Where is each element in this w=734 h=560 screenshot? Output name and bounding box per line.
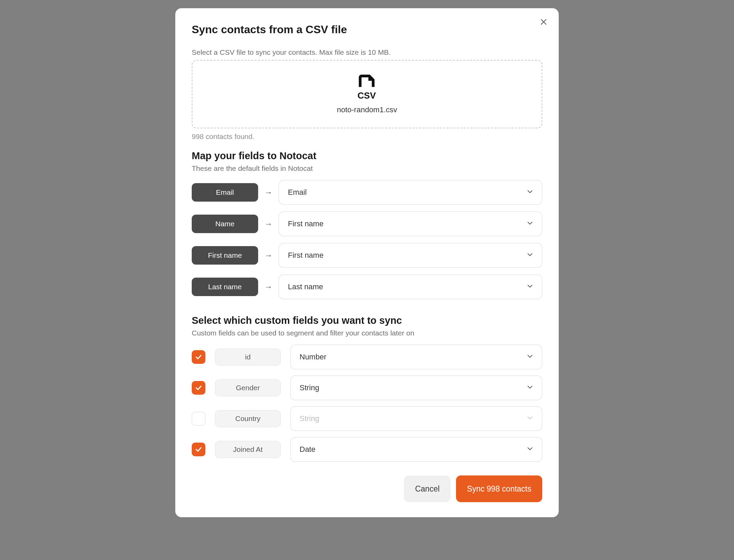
contact-count: 998 contacts found. (192, 132, 542, 141)
target-field-select[interactable]: First name (279, 212, 542, 236)
sync-button[interactable]: Sync 998 contacts (456, 475, 542, 502)
mapping-row: Name → First name (192, 212, 542, 236)
select-value: String (300, 383, 319, 392)
source-field-pill: Name (192, 215, 258, 233)
custom-field-type-select: String (290, 406, 542, 431)
source-field-pill: Last name (192, 278, 258, 296)
target-field-select[interactable]: Email (279, 180, 542, 205)
mapping-row: Last name → Last name (192, 275, 542, 299)
chevron-down-icon (527, 188, 533, 197)
custom-field-checkbox[interactable] (192, 443, 205, 456)
custom-field-row: Gender String (192, 376, 542, 400)
target-field-select[interactable]: First name (279, 243, 542, 268)
mapping-subtitle: These are the default fields in Notocat (192, 164, 542, 173)
custom-field-name: Country (215, 410, 281, 427)
arrow-right-icon: → (264, 282, 273, 292)
custom-field-type-select[interactable]: String (290, 376, 542, 400)
select-value: First name (288, 219, 324, 228)
chevron-down-icon (527, 353, 533, 361)
select-value: Email (288, 188, 307, 197)
custom-field-checkbox[interactable] (192, 381, 205, 395)
uploaded-filename: noto-random1.csv (337, 105, 397, 114)
custom-field-checkbox[interactable] (192, 412, 205, 425)
select-value: First name (288, 251, 324, 260)
check-icon (195, 353, 202, 361)
arrow-right-icon: → (264, 251, 273, 260)
custom-field-name: Joined At (215, 441, 281, 458)
select-value: String (300, 414, 319, 423)
chevron-down-icon (527, 445, 533, 454)
svg-text:CSV: CSV (357, 90, 376, 101)
mapping-title: Map your fields to Notocat (192, 150, 542, 162)
modal-footer: Cancel Sync 998 contacts (192, 475, 542, 502)
modal-title: Sync contacts from a CSV file (192, 23, 542, 36)
mapping-row: First name → First name (192, 243, 542, 268)
chevron-down-icon (527, 414, 533, 423)
csv-file-icon: CSV (355, 74, 379, 101)
custom-field-type-select[interactable]: Date (290, 437, 542, 462)
custom-fields-title: Select which custom fields you want to s… (192, 315, 542, 326)
select-value: Date (300, 445, 315, 454)
sync-contacts-modal: Sync contacts from a CSV file Select a C… (175, 8, 559, 517)
close-button[interactable] (539, 17, 548, 27)
select-value: Last name (288, 282, 323, 291)
custom-field-row: Joined At Date (192, 437, 542, 462)
chevron-down-icon (527, 383, 533, 392)
chevron-down-icon (527, 282, 533, 291)
mapping-row: Email → Email (192, 180, 542, 205)
csv-dropzone[interactable]: CSV noto-random1.csv (192, 60, 542, 128)
custom-field-row: Country String (192, 406, 542, 431)
custom-field-name: Gender (215, 379, 281, 396)
arrow-right-icon: → (264, 188, 273, 197)
target-field-select[interactable]: Last name (279, 275, 542, 299)
source-field-pill: Email (192, 183, 258, 202)
select-value: Number (300, 353, 326, 361)
custom-field-name: id (215, 348, 281, 366)
arrow-right-icon: → (264, 219, 273, 229)
custom-field-row: id Number (192, 345, 542, 369)
chevron-down-icon (527, 251, 533, 260)
chevron-down-icon (527, 219, 533, 228)
source-field-pill: First name (192, 246, 258, 265)
cancel-button[interactable]: Cancel (404, 475, 451, 502)
upload-hint: Select a CSV file to sync your contacts.… (192, 48, 542, 56)
custom-field-type-select[interactable]: Number (290, 345, 542, 369)
check-icon (195, 446, 202, 453)
custom-field-checkbox[interactable] (192, 350, 205, 364)
custom-fields-subtitle: Custom fields can be used to segment and… (192, 329, 542, 337)
close-icon (540, 18, 547, 25)
check-icon (195, 384, 202, 392)
